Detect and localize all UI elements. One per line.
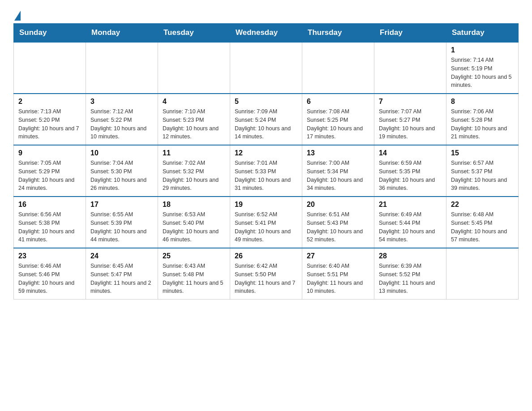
calendar-day-cell: 6Sunrise: 7:08 AMSunset: 5:25 PMDaylight… <box>302 94 374 145</box>
day-number: 13 <box>307 149 369 157</box>
calendar-day-cell: 13Sunrise: 7:00 AMSunset: 5:34 PMDayligh… <box>302 145 374 197</box>
day-number: 3 <box>90 98 153 106</box>
weekday-header-tuesday: Tuesday <box>158 24 230 43</box>
day-info: Sunrise: 7:07 AMSunset: 5:27 PMDaylight:… <box>379 107 442 141</box>
calendar-day-cell: 28Sunrise: 6:39 AMSunset: 5:52 PMDayligh… <box>374 248 446 300</box>
calendar-day-cell: 11Sunrise: 7:02 AMSunset: 5:32 PMDayligh… <box>158 145 230 197</box>
day-number: 26 <box>235 252 297 260</box>
day-number: 5 <box>235 98 297 106</box>
calendar-day-cell: 15Sunrise: 6:57 AMSunset: 5:37 PMDayligh… <box>446 145 519 197</box>
day-number: 28 <box>379 252 442 260</box>
calendar-day-cell <box>302 42 374 94</box>
day-number: 14 <box>379 149 442 157</box>
day-number: 7 <box>379 98 442 106</box>
day-info: Sunrise: 7:01 AMSunset: 5:33 PMDaylight:… <box>235 159 297 193</box>
day-number: 1 <box>451 46 514 54</box>
day-number: 9 <box>18 149 81 157</box>
day-number: 16 <box>18 201 81 209</box>
day-number: 24 <box>90 252 153 260</box>
day-number: 18 <box>163 201 225 209</box>
calendar-day-cell <box>158 42 230 94</box>
calendar-day-cell: 27Sunrise: 6:40 AMSunset: 5:51 PMDayligh… <box>302 248 374 300</box>
calendar-day-cell: 5Sunrise: 7:09 AMSunset: 5:24 PMDaylight… <box>230 94 302 145</box>
weekday-header-thursday: Thursday <box>302 24 374 43</box>
logo <box>13 9 21 19</box>
calendar-day-cell: 9Sunrise: 7:05 AMSunset: 5:29 PMDaylight… <box>14 145 86 197</box>
calendar-day-cell: 25Sunrise: 6:43 AMSunset: 5:48 PMDayligh… <box>158 248 230 300</box>
calendar-week-row: 23Sunrise: 6:46 AMSunset: 5:46 PMDayligh… <box>14 248 519 300</box>
calendar-day-cell: 22Sunrise: 6:48 AMSunset: 5:45 PMDayligh… <box>446 197 519 248</box>
day-number: 2 <box>18 98 81 106</box>
calendar-day-cell: 24Sunrise: 6:45 AMSunset: 5:47 PMDayligh… <box>86 248 158 300</box>
page-header <box>13 9 519 19</box>
day-info: Sunrise: 7:13 AMSunset: 5:20 PMDaylight:… <box>18 107 81 141</box>
day-info: Sunrise: 6:39 AMSunset: 5:52 PMDaylight:… <box>379 262 442 295</box>
calendar-day-cell: 7Sunrise: 7:07 AMSunset: 5:27 PMDaylight… <box>374 94 446 145</box>
day-info: Sunrise: 6:52 AMSunset: 5:41 PMDaylight:… <box>235 210 297 244</box>
day-number: 6 <box>307 98 369 106</box>
calendar-day-cell <box>230 42 302 94</box>
calendar-week-row: 16Sunrise: 6:56 AMSunset: 5:38 PMDayligh… <box>14 197 519 248</box>
calendar-header: SundayMondayTuesdayWednesdayThursdayFrid… <box>14 24 519 43</box>
day-info: Sunrise: 6:57 AMSunset: 5:37 PMDaylight:… <box>451 159 514 193</box>
day-info: Sunrise: 7:05 AMSunset: 5:29 PMDaylight:… <box>18 159 81 193</box>
weekday-header-saturday: Saturday <box>446 24 519 43</box>
day-number: 25 <box>163 252 225 260</box>
calendar-week-row: 2Sunrise: 7:13 AMSunset: 5:20 PMDaylight… <box>14 94 519 145</box>
calendar-day-cell: 10Sunrise: 7:04 AMSunset: 5:30 PMDayligh… <box>86 145 158 197</box>
day-number: 11 <box>163 149 225 157</box>
day-info: Sunrise: 6:53 AMSunset: 5:40 PMDaylight:… <box>163 210 225 244</box>
day-info: Sunrise: 7:09 AMSunset: 5:24 PMDaylight:… <box>235 107 297 141</box>
weekday-header-row: SundayMondayTuesdayWednesdayThursdayFrid… <box>14 24 519 43</box>
calendar-day-cell: 4Sunrise: 7:10 AMSunset: 5:23 PMDaylight… <box>158 94 230 145</box>
calendar-day-cell: 21Sunrise: 6:49 AMSunset: 5:44 PMDayligh… <box>374 197 446 248</box>
day-info: Sunrise: 7:14 AMSunset: 5:19 PMDaylight:… <box>451 56 514 90</box>
day-info: Sunrise: 6:59 AMSunset: 5:35 PMDaylight:… <box>379 159 442 193</box>
day-info: Sunrise: 6:42 AMSunset: 5:50 PMDaylight:… <box>235 262 297 295</box>
day-info: Sunrise: 7:04 AMSunset: 5:30 PMDaylight:… <box>90 159 153 193</box>
calendar-day-cell: 18Sunrise: 6:53 AMSunset: 5:40 PMDayligh… <box>158 197 230 248</box>
calendar-week-row: 9Sunrise: 7:05 AMSunset: 5:29 PMDaylight… <box>14 145 519 197</box>
day-number: 27 <box>307 252 369 260</box>
day-number: 15 <box>451 149 514 157</box>
calendar-day-cell: 17Sunrise: 6:55 AMSunset: 5:39 PMDayligh… <box>86 197 158 248</box>
day-info: Sunrise: 6:48 AMSunset: 5:45 PMDaylight:… <box>451 210 514 244</box>
day-info: Sunrise: 6:55 AMSunset: 5:39 PMDaylight:… <box>90 210 153 244</box>
day-number: 20 <box>307 201 369 209</box>
weekday-header-sunday: Sunday <box>14 24 86 43</box>
weekday-header-friday: Friday <box>374 24 446 43</box>
day-number: 22 <box>451 201 514 209</box>
calendar-day-cell: 8Sunrise: 7:06 AMSunset: 5:28 PMDaylight… <box>446 94 519 145</box>
calendar-day-cell: 12Sunrise: 7:01 AMSunset: 5:33 PMDayligh… <box>230 145 302 197</box>
calendar-day-cell <box>86 42 158 94</box>
day-info: Sunrise: 6:40 AMSunset: 5:51 PMDaylight:… <box>307 262 369 295</box>
calendar-day-cell: 26Sunrise: 6:42 AMSunset: 5:50 PMDayligh… <box>230 248 302 300</box>
calendar-day-cell <box>14 42 86 94</box>
day-number: 19 <box>235 201 297 209</box>
day-number: 17 <box>90 201 153 209</box>
day-info: Sunrise: 7:10 AMSunset: 5:23 PMDaylight:… <box>163 107 225 141</box>
day-info: Sunrise: 6:43 AMSunset: 5:48 PMDaylight:… <box>163 262 225 295</box>
day-info: Sunrise: 6:49 AMSunset: 5:44 PMDaylight:… <box>379 210 442 244</box>
calendar-day-cell: 14Sunrise: 6:59 AMSunset: 5:35 PMDayligh… <box>374 145 446 197</box>
calendar-day-cell: 23Sunrise: 6:46 AMSunset: 5:46 PMDayligh… <box>14 248 86 300</box>
day-info: Sunrise: 6:56 AMSunset: 5:38 PMDaylight:… <box>18 210 81 244</box>
weekday-header-monday: Monday <box>86 24 158 43</box>
calendar-day-cell <box>374 42 446 94</box>
day-info: Sunrise: 7:02 AMSunset: 5:32 PMDaylight:… <box>163 159 225 193</box>
day-info: Sunrise: 7:08 AMSunset: 5:25 PMDaylight:… <box>307 107 369 141</box>
calendar-week-row: 1Sunrise: 7:14 AMSunset: 5:19 PMDaylight… <box>14 42 519 94</box>
calendar-day-cell: 19Sunrise: 6:52 AMSunset: 5:41 PMDayligh… <box>230 197 302 248</box>
calendar-day-cell: 2Sunrise: 7:13 AMSunset: 5:20 PMDaylight… <box>14 94 86 145</box>
calendar-day-cell: 3Sunrise: 7:12 AMSunset: 5:22 PMDaylight… <box>86 94 158 145</box>
calendar-day-cell <box>446 248 519 300</box>
day-info: Sunrise: 7:12 AMSunset: 5:22 PMDaylight:… <box>90 107 153 141</box>
day-number: 8 <box>451 98 514 106</box>
calendar-table: SundayMondayTuesdayWednesdayThursdayFrid… <box>13 23 519 300</box>
weekday-header-wednesday: Wednesday <box>230 24 302 43</box>
day-info: Sunrise: 7:00 AMSunset: 5:34 PMDaylight:… <box>307 159 369 193</box>
day-number: 23 <box>18 252 81 260</box>
day-number: 21 <box>379 201 442 209</box>
calendar-day-cell: 20Sunrise: 6:51 AMSunset: 5:43 PMDayligh… <box>302 197 374 248</box>
day-info: Sunrise: 6:46 AMSunset: 5:46 PMDaylight:… <box>18 262 81 295</box>
